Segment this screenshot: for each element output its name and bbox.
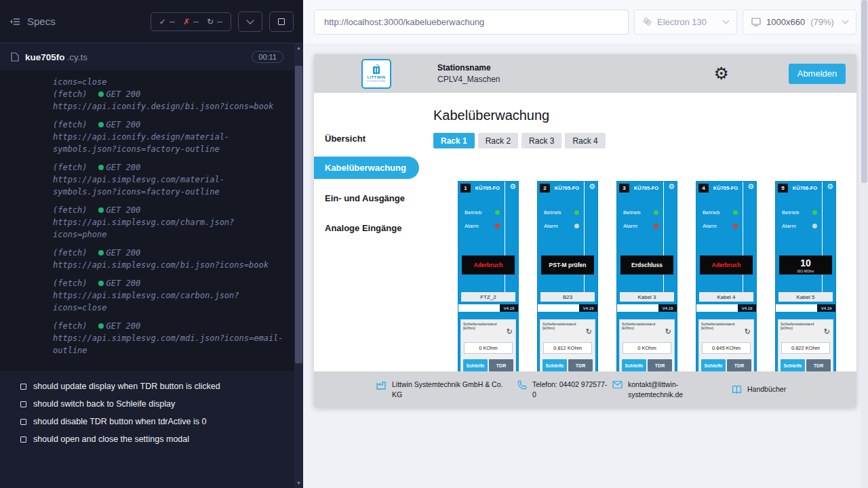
spec-name: kue705fo [25,52,65,62]
sidebar-item-uebersicht[interactable]: Übersicht [314,123,422,153]
alarm-label: Alarm [782,223,796,229]
cable-name: Kabel 3 [620,292,674,302]
network-log-entry[interactable]: (fetch)GET 200 https://api.simplesvg.com… [53,277,285,314]
chevron-down-icon [723,18,730,24]
device-card: 2 KÜ705-FO ⚙ Betrieb Alarm PST-M prüfen … [537,181,598,371]
alarm-label: Alarm [544,223,558,229]
schleife-button[interactable]: Schleife [701,359,726,371]
window-scrollbar[interactable] [861,0,868,488]
refresh-icon[interactable]: ↻ [745,328,751,336]
card-settings-gear-icon[interactable]: ⚙ [589,183,595,190]
card-settings-gear-icon[interactable]: ⚙ [827,183,833,190]
network-log-entry[interactable]: (fetch)GET 200 https://api.simplesvg.com… [53,204,285,241]
betrieb-label: Betrieb [544,209,561,216]
page-title: Kabelüberwachung [433,108,856,123]
refresh-icon[interactable]: ↻ [665,328,671,336]
fetch-command-label: (fetch) [53,320,87,332]
window-scrollbar-thumb[interactable] [861,0,867,183]
pending-count: -- [217,17,222,26]
tab-rack-3[interactable]: Rack 3 [521,133,561,148]
version-strip: V4.19 [538,304,597,312]
fetch-command-label: (fetch) [53,88,87,100]
cross-icon: ✗ [183,17,190,26]
status-dot-icon [98,281,104,286]
network-log-entry[interactable]: (fetch)GET 200 https://api.simplesvg.com… [53,161,285,198]
betrieb-row: Betrieb [782,209,817,216]
card-settings-gear-icon[interactable]: ⚙ [509,183,516,190]
sidebar-item-kabelueberwachung[interactable]: Kabelüberwachung [314,157,419,179]
spec-extension: .cy.ts [67,52,88,62]
test-row[interactable]: should open and close the settings modal [0,430,294,448]
fetch-command-label: (fetch) [53,277,87,289]
scroll-down-icon[interactable]: ▼ [296,479,301,488]
log-continuation: icons=close [53,76,284,88]
url-input[interactable] [314,9,629,35]
version-strip: V4.19 [776,304,835,312]
spec-file-row[interactable]: kue705fo .cy.ts 00:11 [0,43,294,70]
logo-subtitle: SYSTEMTECHNIK [367,80,386,83]
specs-list-icon[interactable] [9,17,20,26]
network-log-entry[interactable]: (fetch)GET 200 https://api.simplesvg.com… [53,320,285,357]
tdr-button[interactable]: TDR [648,359,672,371]
mail-icon [612,380,623,389]
test-row[interactable]: should switch back to Schleife display [0,395,294,413]
tab-rack-4[interactable]: Rack 4 [565,133,605,148]
sidebar-item-ein-und-ausgaenge[interactable]: Ein- und Ausgänge [314,183,422,213]
footer-manuals[interactable]: Handbücher [732,384,786,394]
runner-scrollbar[interactable]: ▲ ▼ [294,43,303,488]
cable-name: Kabel 5 [778,292,833,302]
settings-gear-icon[interactable]: ⚙ [714,65,729,82]
station-value: CPLV4_Maschen [437,75,500,84]
device-card: 1 KÜ705-FO ⚙ Betrieb Alarm Aderbruch FTZ… [458,181,519,371]
test-title: should open and close the settings modal [33,434,189,444]
schleife-button[interactable]: Schleife [463,359,488,371]
test-row[interactable]: should update display when TDR button is… [0,378,294,395]
network-log-entry[interactable]: (fetch)GET 200 https://api.iconify.desig… [53,88,285,113]
card-divider [822,182,823,293]
tdr-button[interactable]: TDR [727,359,751,371]
measurement-label: Schleifenwiderstand [kOhm] [701,322,745,330]
network-log-entry[interactable]: (fetch)GET 200 https://api.iconify.desig… [53,119,285,155]
version-strip: V4.19 [617,304,677,312]
network-log-entry[interactable]: (fetch)GET 200 https://api.simplesvg.com… [53,247,285,271]
sidebar-item-analoge-eingaenge[interactable]: Analoge Eingänge [314,213,422,243]
tdr-button[interactable]: TDR [489,359,513,371]
spec-timer: 00:11 [252,51,283,63]
device-cards-row: 1 KÜ705-FO ⚙ Betrieb Alarm Aderbruch FTZ… [433,181,856,371]
browser-select[interactable]: Electron 130 [634,9,737,35]
schleife-button[interactable]: Schleife [622,359,646,371]
factory-icon [376,380,387,390]
viewport-size: 1000x660 [766,17,805,27]
refresh-icon[interactable]: ↻ [824,328,830,336]
test-row[interactable]: should disable TDR button when tdrActive… [0,413,294,430]
scrollbar-track[interactable] [294,53,303,479]
schleife-button[interactable]: Schleife [542,359,567,371]
stop-button[interactable] [269,12,294,32]
viewport-select[interactable]: 1000x660 (79%) [743,9,856,35]
measurement-label: Schleifenwiderstand [kOhm] [463,322,507,330]
card-settings-gear-icon[interactable]: ⚙ [747,183,754,190]
status-display: Erdschluss [620,256,673,274]
logout-button[interactable]: Abmelden [789,64,846,84]
rack-tabs: Rack 1 Rack 2 Rack 3 Rack 4 [433,133,856,148]
failed-count: -- [193,17,199,26]
app-window: LITTWIN SYSTEMTECHNIK Stationsname CPLV4… [314,54,856,407]
refresh-icon[interactable]: ↻ [507,328,513,336]
scroll-up-icon[interactable]: ▲ [296,43,301,53]
alarm-label: Alarm [623,223,637,229]
card-settings-gear-icon[interactable]: ⚙ [668,183,675,190]
tab-rack-1[interactable]: Rack 1 [433,133,475,148]
schleife-button[interactable]: Schleife [781,359,805,371]
tdr-button[interactable]: TDR [568,359,593,371]
alarm-row: Alarm [703,223,738,229]
cypress-runner-panel: Specs ✓-- ✗-- ↻-- kue705fo .cy.ts 00:11 … [0,0,303,488]
tab-rack-2[interactable]: Rack 2 [478,133,518,148]
scrollbar-thumb[interactable] [295,66,302,364]
tdr-button[interactable]: TDR [806,359,831,371]
specs-label[interactable]: Specs [27,16,56,27]
measurement-panel: Schleifenwiderstand [kOhm] ↻ 0 KOhm Schl… [619,319,675,371]
measurement-value: 0.645 KOhm [702,342,751,354]
measurement-panel: Schleifenwiderstand [kOhm] ↻ 0.645 KOhm … [698,319,754,371]
refresh-icon[interactable]: ↻ [586,328,592,336]
collapse-button[interactable] [238,12,262,32]
